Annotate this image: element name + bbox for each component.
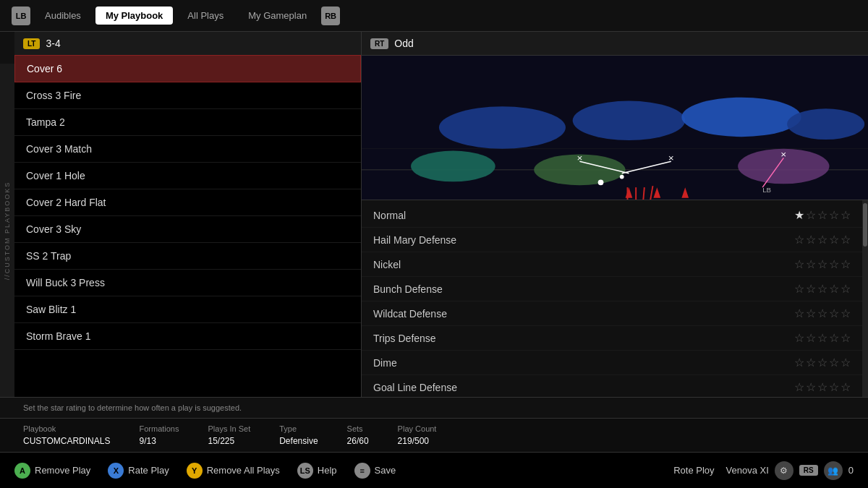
lt-badge[interactable]: LT	[23, 38, 40, 49]
play-item-cover2hardflat[interactable]: Cover 2 Hard Flat	[14, 189, 361, 216]
stars-nickel[interactable]: ☆ ☆ ☆ ☆ ☆	[794, 257, 851, 271]
tab-my-gameplan[interactable]: My Gameplan	[238, 7, 317, 25]
eq-badge: ≡	[354, 463, 370, 479]
bottom-right: Rote Ploy Venova XI ⚙ RS 👥 0	[673, 461, 854, 480]
info-bar: Set the star rating to determine how oft…	[0, 397, 868, 418]
star-3[interactable]: ☆	[817, 233, 827, 247]
ratings-section: Normal ★ ☆ ☆ ☆ ☆ Hail Mary Defense	[362, 200, 868, 397]
stat-formations: Formations 9/13	[139, 424, 179, 446]
svg-point-4	[573, 101, 686, 140]
rate-play-button[interactable]: X Rate Play	[108, 463, 169, 479]
play-item-cross3fire[interactable]: Cross 3 Fire	[14, 82, 361, 109]
right-header: RT Odd	[362, 32, 868, 56]
stars-trips[interactable]: ☆ ☆ ☆ ☆ ☆	[794, 331, 851, 345]
rote-ploy-text: Rote Ploy	[673, 465, 714, 476]
rating-label-normal: Normal	[373, 210, 406, 221]
scroll-thumb[interactable]	[863, 203, 867, 247]
play-item-stormbrave1[interactable]: Storm Brave 1	[14, 323, 361, 350]
play-item-ss2trap[interactable]: SS 2 Trap	[14, 243, 361, 270]
star-3[interactable]: ☆	[817, 208, 827, 222]
right-formation-name: Odd	[394, 38, 413, 49]
stars-dime[interactable]: ☆ ☆ ☆ ☆ ☆	[794, 356, 851, 369]
star-5[interactable]: ☆	[841, 208, 851, 222]
tab-audibles[interactable]: Audibles	[35, 7, 91, 25]
rating-label-wildcat: Wildcat Defense	[373, 308, 447, 320]
play-item-cover3match[interactable]: Cover 3 Match	[14, 136, 361, 163]
y-badge: Y	[187, 463, 203, 479]
formations-label: Formations	[139, 424, 179, 433]
play-item-sawblitz1[interactable]: Saw Blitz 1	[14, 296, 361, 323]
playbook-value: CUSTOMCARDINALS	[23, 436, 110, 446]
right-panel: RT Odd	[362, 32, 868, 397]
type-label: Type	[279, 424, 318, 433]
stars-goalline[interactable]: ☆ ☆ ☆ ☆ ☆	[794, 380, 851, 394]
x-badge: X	[108, 463, 124, 479]
save-label: Save	[375, 465, 396, 476]
remove-all-plays-label: Remove All Plays	[207, 465, 280, 476]
star-5[interactable]: ☆	[841, 233, 851, 247]
bottom-actions: A Remove Play X Rate Play Y Remove All P…	[14, 463, 396, 479]
play-item-cover3sky[interactable]: Cover 3 Sky	[14, 216, 361, 243]
tab-all-plays[interactable]: All Plays	[177, 7, 234, 25]
svg-point-6	[787, 108, 864, 140]
formations-value: 9/13	[139, 436, 179, 446]
remove-play-button[interactable]: A Remove Play	[14, 463, 90, 479]
save-button[interactable]: ≡ Save	[354, 463, 396, 479]
rating-row-goalline[interactable]: Goal Line Defense ☆ ☆ ☆ ☆ ☆	[362, 375, 862, 397]
remove-all-plays-button[interactable]: Y Remove All Plays	[187, 463, 280, 479]
play-count-label: Play Count	[398, 424, 437, 433]
rating-label-nickel: Nickel	[373, 259, 401, 270]
star-2[interactable]: ☆	[806, 233, 816, 247]
sets-value: 26/60	[347, 436, 369, 446]
play-item-cover6[interactable]: Cover 6	[14, 55, 361, 82]
rating-row-trips[interactable]: Trips Defense ☆ ☆ ☆ ☆ ☆	[362, 326, 862, 351]
stat-sets: Sets 26/60	[347, 424, 369, 446]
stars-hailmary[interactable]: ☆ ☆ ☆ ☆ ☆	[794, 233, 851, 247]
play-item-cover1hole[interactable]: Cover 1 Hole	[14, 163, 361, 189]
top-navigation: LB Audibles My Playbook All Plays My Gam…	[0, 0, 868, 32]
tab-my-playbook[interactable]: My Playbook	[95, 7, 173, 25]
rating-label-dime: Dime	[373, 357, 397, 369]
left-panel: LT 3-4 Cover 6 Cross 3 Fire Tampa 2 Cove…	[14, 32, 362, 397]
stars-normal[interactable]: ★ ☆ ☆ ☆ ☆	[794, 208, 851, 222]
rating-row-nickel[interactable]: Nickel ☆ ☆ ☆ ☆ ☆	[362, 252, 862, 277]
star-4[interactable]: ☆	[829, 233, 839, 247]
plays-in-set-value: 15/225	[208, 436, 251, 446]
help-button[interactable]: LS Help	[297, 463, 337, 479]
lb-button[interactable]: LB	[12, 7, 30, 25]
username: Venova XI	[726, 465, 769, 476]
svg-point-5	[681, 98, 801, 137]
stars-wildcat[interactable]: ☆ ☆ ☆ ☆ ☆	[794, 307, 851, 320]
rating-row-dime[interactable]: Dime ☆ ☆ ☆ ☆ ☆	[362, 351, 862, 375]
rating-label-bunch: Bunch Defense	[373, 283, 443, 295]
star-1[interactable]: ☆	[794, 233, 804, 247]
svg-point-3	[439, 106, 566, 148]
bottom-bar: A Remove Play X Rate Play Y Remove All P…	[0, 452, 868, 488]
rs-badge[interactable]: RS	[799, 465, 818, 476]
formation-header: LT 3-4	[14, 32, 361, 55]
play-item-willbuck3press[interactable]: Will Buck 3 Press	[14, 270, 361, 296]
rating-row-wildcat[interactable]: Wildcat Defense ☆ ☆ ☆ ☆ ☆	[362, 301, 862, 326]
players-icon: 👥	[824, 461, 843, 480]
stars-bunch[interactable]: ☆ ☆ ☆ ☆ ☆	[794, 282, 851, 296]
play-item-tampa2[interactable]: Tampa 2	[14, 109, 361, 136]
rating-row-normal[interactable]: Normal ★ ☆ ☆ ☆ ☆	[362, 203, 862, 228]
scrollbar[interactable]	[862, 200, 868, 397]
sets-label: Sets	[347, 424, 369, 433]
player-count: 0	[848, 465, 854, 476]
rating-label-hailmary: Hail Mary Defense	[373, 234, 456, 246]
star-4[interactable]: ☆	[829, 208, 839, 222]
type-value: Defensive	[279, 436, 318, 446]
play-count-value: 219/500	[398, 436, 437, 446]
star-1[interactable]: ★	[794, 208, 804, 222]
sidebar-label: //CUSTOM PLAYBOOKS	[0, 64, 14, 397]
formation-name: 3-4	[46, 38, 60, 49]
rt-badge[interactable]: RT	[370, 38, 388, 49]
star-2[interactable]: ☆	[806, 208, 816, 222]
remove-play-label: Remove Play	[35, 465, 90, 476]
svg-point-7	[411, 151, 495, 182]
rb-button[interactable]: RB	[321, 7, 340, 25]
rating-row-hailmary[interactable]: Hail Mary Defense ☆ ☆ ☆ ☆ ☆	[362, 228, 862, 252]
ls-badge: LS	[297, 463, 313, 479]
rating-row-bunch[interactable]: Bunch Defense ☆ ☆ ☆ ☆ ☆	[362, 277, 862, 301]
